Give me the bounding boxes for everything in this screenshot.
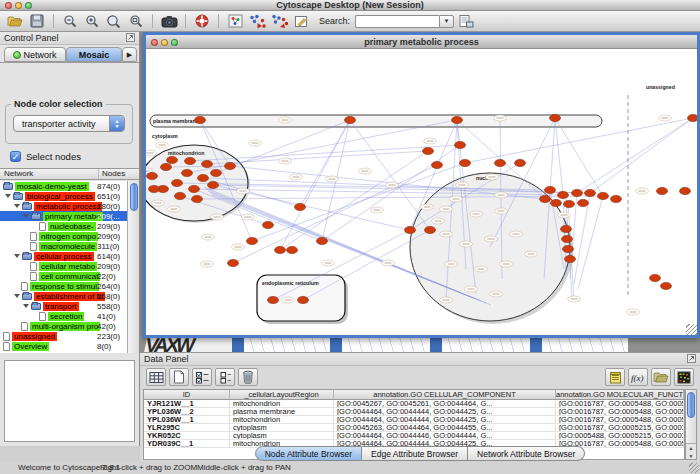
tree-row-cell-communicat[interactable]: cell communicat22(0) [0,271,127,281]
node-color-dropdown[interactable]: transporter activity ▲▼ [13,115,125,132]
close-view-button[interactable] [151,39,158,46]
network-node-selected[interactable] [275,246,286,253]
tabs-overflow-button[interactable]: ▶ [122,47,137,62]
expand-triangle-icon[interactable] [14,204,20,208]
network-edge[interactable] [578,196,603,289]
network-node-selected[interactable] [495,159,506,166]
network-node-selected[interactable] [263,221,274,228]
network-node-selected[interactable] [558,191,569,198]
snapshot-button[interactable] [159,12,179,30]
apply-layout-b-button[interactable] [269,12,289,30]
network-node-selected[interactable] [661,282,672,289]
network-node-selected[interactable] [564,200,575,207]
table-row[interactable]: YJR121W__1mitochondrion[GO:0045267, GO:0… [144,400,684,408]
column-header[interactable]: _cellularLayoutRegion [230,390,334,399]
network-node-selected[interactable] [550,114,561,121]
network-node-selected[interactable] [147,172,158,179]
expand-triangle-icon[interactable] [23,304,29,308]
network-node-selected[interactable] [182,169,193,176]
network-node-selected[interactable] [460,159,471,166]
tree-row-cellular-process[interactable]: cellular process614(0) [0,251,127,261]
network-edge[interactable] [190,145,460,161]
apply-layout-a-button[interactable] [247,12,267,30]
tree-row-transport[interactable]: transport558(0) [0,301,127,311]
tree-row-establishment-of-lo[interactable]: establishment of lo558(0) [0,291,127,301]
network-node-selected[interactable] [515,159,526,166]
function-builder-button[interactable]: f(x) [628,368,648,386]
network-node-selected[interactable] [295,203,306,210]
open-file-button[interactable] [5,12,25,30]
network-node-selected[interactable] [455,141,466,148]
network-node-selected[interactable] [167,156,178,163]
import-attributes-file-button[interactable] [651,368,671,386]
view-resize-grip[interactable] [686,324,697,335]
network-view-window[interactable]: primary metabolic process plasma membran… [143,32,700,338]
network-node-selected[interactable] [540,195,551,202]
tree-row-nitrogen-compo[interactable]: nitrogen compo209(0) [0,231,127,241]
network-node-selected[interactable] [185,157,196,164]
network-node-selected[interactable] [545,186,556,193]
tree-row-metabolic-process[interactable]: metabolic process280(0) [0,201,127,211]
attribute-editor-button[interactable] [605,368,625,386]
network-node-selected[interactable] [202,160,213,167]
tab-network[interactable]: Network [4,47,66,62]
help-button[interactable] [192,12,212,30]
new-attribute-button[interactable] [169,368,189,386]
tab-edge-attribute-browser[interactable]: Edge Attribute Browser [362,446,468,461]
network-node-selected[interactable] [149,185,160,192]
network-node-selected[interactable] [298,296,309,303]
save-session-button[interactable] [27,12,47,30]
zoom-in-button[interactable] [82,12,102,30]
tree-row-biological-process[interactable]: biological_process651(0) [0,191,127,201]
network-node-selected[interactable] [192,195,203,202]
expand-triangle-icon[interactable] [23,214,29,218]
table-row[interactable]: YLR295Ccytoplasm[GO:0045263, GO:0044464,… [144,424,684,432]
tree-scrollbar[interactable] [127,181,139,353]
network-node-selected[interactable] [208,181,219,188]
zoom-out-button[interactable] [60,12,80,30]
network-view-titlebar[interactable]: primary metabolic process [146,35,697,49]
network-node-selected[interactable] [562,235,573,242]
annotation-button[interactable] [291,12,311,30]
tab-network-attribute-browser[interactable]: Network Attribute Browser [468,446,585,461]
tree-header-nodes[interactable]: Nodes [99,169,139,179]
mitochondrion-compartment[interactable] [146,145,248,221]
tree-row-nucleobase-[interactable]: nucleobase-209(0) [0,221,127,231]
tree-row-response-to-stimul[interactable]: response to stimul264(0) [0,281,127,291]
table-row[interactable]: YPL036W__2plasma membrane[GO:0044464, GO… [144,408,684,416]
network-node-selected[interactable] [228,259,239,266]
zoom-window-button[interactable] [25,2,32,9]
network-node-selected[interactable] [572,189,583,196]
network-node-selected[interactable] [432,161,443,168]
network-node-selected[interactable] [189,185,200,192]
minimize-window-button[interactable] [15,2,22,9]
expand-triangle-icon[interactable] [14,294,20,298]
network-edge[interactable] [590,118,693,193]
zoom-selected-button[interactable] [126,12,146,30]
expand-triangle-icon[interactable] [14,254,20,258]
network-node-selected[interactable] [551,199,562,206]
network-node-selected[interactable] [405,226,416,233]
search-dropdown-button[interactable]: ▼ [439,15,454,28]
delete-attribute-button[interactable] [238,368,258,386]
search-input[interactable] [355,15,439,28]
create-network-view-button[interactable] [225,12,245,30]
network-node-selected[interactable] [657,187,668,194]
select-attributes-button[interactable] [192,368,212,386]
network-node-selected[interactable] [578,199,589,206]
matrix-view-button[interactable] [674,368,694,386]
zoom-view-button[interactable] [171,39,178,46]
tree-row-cellular-metabo[interactable]: cellular metabo209(0) [0,261,127,271]
network-node-selected[interactable] [688,114,698,121]
tab-node-attribute-browser[interactable]: Node Attribute Browser [255,446,362,461]
tree-row-primary-metabo[interactable]: primary metabo209(... [0,211,127,221]
tree-row-secretion[interactable]: secretion41(0) [0,311,127,321]
network-node-selected[interactable] [317,237,328,244]
tree-row-mosaic-demo-yeast[interactable]: mosaic-demo-yeast874(0) [0,181,127,191]
expand-triangle-icon[interactable] [5,194,11,198]
table-scrollbar-thumb[interactable] [687,392,695,418]
network-node-selected[interactable] [561,225,572,232]
network-node-selected[interactable] [585,189,596,196]
network-node-selected[interactable] [680,187,691,194]
network-node-selected[interactable] [195,116,206,123]
